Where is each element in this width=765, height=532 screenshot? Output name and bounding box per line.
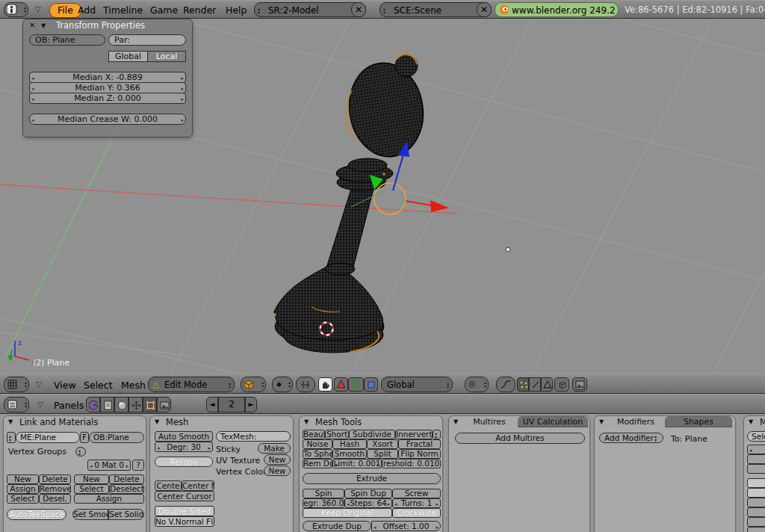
select-swap-button[interactable]: Select	[747, 431, 765, 442]
steps-slider[interactable]: Steps: 64	[344, 498, 392, 508]
vertex-color-new-button[interactable]: New	[264, 466, 291, 476]
extrude-button[interactable]: Extrude	[303, 473, 441, 484]
editor-type-button[interactable]: ▴▾	[4, 377, 29, 392]
to-sphere-button[interactable]: To Spher	[303, 449, 332, 459]
vgroup-assign-button[interactable]: Assign	[7, 484, 39, 494]
collapse-arrow-icon[interactable]: ▼	[453, 418, 458, 425]
shading-context-button[interactable]	[114, 397, 128, 412]
falloff-button[interactable]	[496, 377, 515, 392]
mode-selector[interactable]: △ Edit Mode ▴▾	[148, 377, 235, 392]
innervert-stepper[interactable]: ▴▾	[433, 430, 441, 439]
autotexspace-toggle[interactable]: AutoTexSpace	[7, 509, 66, 520]
editor-type-button[interactable]: ▴▾	[4, 2, 28, 17]
xsort-button[interactable]: Xsort	[367, 439, 398, 449]
proportional-edit-selector[interactable]: ◎ ▴▾	[465, 377, 489, 392]
set-solid-button[interactable]: Set Solid	[108, 509, 144, 520]
screen-close-icon[interactable]: ✕	[351, 2, 366, 17]
fake-user-button[interactable]: F	[80, 432, 89, 443]
menu-render[interactable]: Render	[183, 4, 217, 16]
vgroup-new-button[interactable]: New	[7, 474, 39, 484]
material-select-button[interactable]: Select	[74, 484, 109, 494]
grab-hand-button[interactable]	[318, 377, 332, 392]
editor-type-button[interactable]: ▴▾	[4, 397, 29, 412]
add-multires-button[interactable]: Add Multires	[455, 433, 585, 444]
x-axis-handle[interactable]	[430, 200, 449, 212]
tab-modifiers[interactable]: Modifiers	[607, 416, 665, 427]
edge-select-button[interactable]	[529, 377, 541, 392]
draw-type-button[interactable]: ▴▾	[241, 377, 266, 392]
context-next-icon[interactable]: ►	[245, 397, 257, 412]
remove-doubles-button[interactable]: Rem Dou	[303, 459, 332, 468]
double-sided-toggle[interactable]: Double Sided	[155, 506, 214, 516]
screen-selector[interactable]: ▴▾ SR:2-Model	[254, 2, 366, 17]
scale-mode-button[interactable]	[348, 377, 364, 392]
extrude-dup-button[interactable]: Extrude Dup	[303, 521, 371, 531]
draw-edges-toggle[interactable]: Dra	[747, 488, 765, 498]
centre-new-button[interactable]: Center Ne	[182, 480, 214, 491]
median-x-slider[interactable]: Median X: -0.889	[29, 72, 186, 83]
hash-button[interactable]: Hash	[332, 439, 367, 449]
retopo-toggle[interactable]: Retopo	[155, 457, 213, 467]
spin-button[interactable]: Spin	[303, 489, 344, 498]
menu-help[interactable]: Help	[226, 4, 247, 16]
menu-file[interactable]: File	[49, 3, 81, 18]
menu-panels[interactable]: Panels	[54, 400, 84, 411]
ob-name-field[interactable]: OB: Plane	[29, 34, 105, 46]
vgroup-remove-button[interactable]: Remove	[39, 484, 71, 494]
draw-vnormals-toggle[interactable]: Draw	[747, 464, 765, 474]
object-context-button[interactable]	[128, 397, 143, 412]
clockwise-toggle[interactable]: Clockwise	[392, 508, 441, 518]
no-vnormal-flip-toggle[interactable]: No V.Normal Flip	[155, 516, 214, 527]
scene-selector[interactable]: ▴▾ SCE:Scene	[380, 2, 492, 17]
face-select-button[interactable]	[541, 377, 553, 392]
uv-texture-new-button[interactable]: New	[264, 454, 291, 465]
material-index-stepper[interactable]: 0 Mat 0	[87, 460, 131, 471]
material-assign-button[interactable]: Assign	[74, 494, 144, 504]
centre-cursor-button[interactable]: Center Cursor	[155, 491, 214, 501]
manipulator-toggle-button[interactable]	[296, 377, 315, 392]
collapse-arrow-icon[interactable]: ▼	[8, 418, 13, 425]
header-collapse-icon[interactable]: ▽	[35, 5, 41, 13]
tab-shapes[interactable]: Shapes	[665, 416, 732, 427]
object-name-field[interactable]: OB:Plane	[89, 432, 144, 443]
collapse-arrow-icon[interactable]: ▼	[304, 418, 309, 425]
collapse-arrow-icon[interactable]: ▼	[41, 22, 46, 29]
material-new-button[interactable]: New	[74, 474, 109, 484]
tab-uv-calculation[interactable]: UV Calculation	[518, 416, 588, 427]
sticky-make-button[interactable]: Make	[258, 443, 291, 454]
occlude-geometry-button[interactable]	[554, 377, 569, 392]
rotate-mode-button[interactable]	[334, 377, 348, 392]
menu-timeline[interactable]: Timeline	[103, 4, 143, 16]
context-prev-icon[interactable]: ◄	[206, 397, 218, 412]
beauty-toggle[interactable]: Beaut	[303, 430, 325, 439]
editing-context-button[interactable]	[143, 397, 157, 412]
draw-sharp-toggle[interactable]: Dra	[747, 527, 765, 532]
draw-bevel-weights-toggle[interactable]: Draw E	[747, 507, 765, 517]
set-smooth-button[interactable]: Set Smoo	[72, 509, 108, 520]
mesh-name-field[interactable]: ME:Plane	[16, 432, 80, 443]
screw-button[interactable]: Screw	[392, 489, 441, 498]
local-button[interactable]: Local	[147, 51, 186, 62]
menu-view[interactable]: View	[54, 380, 76, 391]
header-collapse-icon[interactable]: ▽	[37, 400, 43, 409]
limit-slider[interactable]: Limit: 0.001	[332, 459, 382, 468]
degr-360-slider[interactable]: egr: 360.00	[303, 498, 344, 508]
centre-button[interactable]: Cente	[155, 480, 182, 491]
vertex-select-button[interactable]	[517, 377, 529, 392]
collapse-arrow-icon[interactable]: ▼	[155, 418, 159, 425]
split-button[interactable]: Split	[367, 449, 398, 459]
close-icon[interactable]: ✕	[29, 21, 35, 29]
context-number-field[interactable]: 2	[218, 397, 245, 412]
me-stepper-button[interactable]: ▴▾	[7, 432, 16, 443]
script-context-button[interactable]	[100, 397, 114, 412]
flip-normals-button[interactable]: Flip Norm	[398, 449, 441, 459]
offset-slider[interactable]: Offset: 1.00	[371, 521, 441, 531]
parent-field[interactable]: Par:	[108, 34, 186, 46]
smooth-button[interactable]: Smooth	[332, 449, 367, 459]
menu-mesh[interactable]: Mesh	[121, 380, 146, 391]
material-deselect-button[interactable]: Deselect	[109, 484, 144, 494]
texmesh-field[interactable]: TexMesh:	[216, 431, 291, 442]
material-help-button[interactable]: ?	[132, 460, 144, 471]
median-y-slider[interactable]: Median Y: 0.366	[29, 82, 186, 93]
vgroup-select-button[interactable]: Select	[7, 494, 39, 504]
